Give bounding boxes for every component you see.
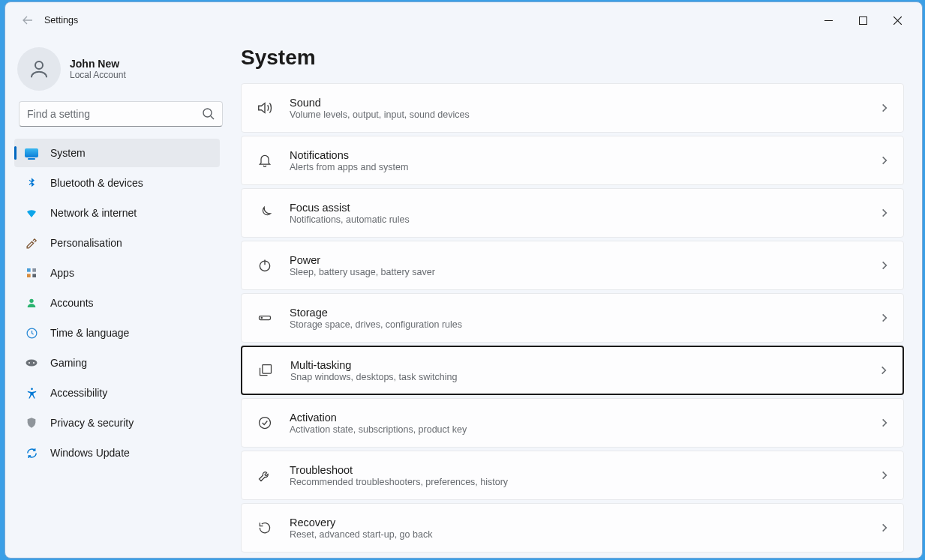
nav-label: Personalisation (50, 237, 122, 249)
nav-label: Bluetooth & devices (50, 177, 143, 189)
chevron-right-icon (879, 313, 890, 323)
svg-rect-8 (32, 268, 36, 272)
maximize-button[interactable] (845, 8, 880, 32)
svg-line-6 (211, 116, 214, 119)
wifi-icon (25, 206, 38, 220)
storage-icon (257, 310, 273, 326)
update-icon (25, 446, 38, 460)
svg-point-13 (26, 360, 38, 367)
moon-icon (257, 205, 273, 221)
card-activation[interactable]: Activation Activation state, subscriptio… (241, 398, 904, 448)
card-focus-assist[interactable]: Focus assist Notifications, automatic ru… (241, 188, 904, 238)
card-subtitle: Storage space, drives, configuration rul… (290, 319, 879, 330)
arrow-left-icon (22, 14, 34, 26)
nav-item-privacy[interactable]: Privacy & security (14, 409, 220, 437)
bell-icon (257, 152, 273, 169)
nav-item-time[interactable]: Time & language (14, 319, 220, 347)
card-text: Notifications Alerts from apps and syste… (290, 149, 879, 172)
apps-icon (25, 266, 38, 280)
svg-rect-21 (263, 365, 272, 374)
wrench-icon (257, 467, 273, 484)
chevron-right-icon (879, 103, 890, 113)
nav-label: Gaming (50, 357, 87, 369)
svg-point-4 (35, 61, 43, 69)
close-button[interactable] (880, 8, 914, 32)
profile-block[interactable]: John New Local Account (14, 46, 236, 101)
nav-item-apps[interactable]: Apps (14, 259, 220, 287)
person-icon (28, 58, 50, 80)
minimize-icon (824, 16, 833, 25)
card-text: Focus assist Notifications, automatic ru… (290, 202, 879, 225)
card-troubleshoot[interactable]: Troubleshoot Recommended troubleshooters… (241, 451, 904, 500)
profile-text: John New Local Account (70, 58, 126, 80)
search-icon (202, 107, 215, 121)
card-sound[interactable]: Sound Volume levels, output, input, soun… (241, 83, 904, 133)
card-subtitle: Recommended troubleshooters, preferences… (290, 477, 879, 487)
sidebar: John New Local Account System Bluetooth … (5, 38, 236, 558)
card-title: Storage (290, 307, 879, 319)
maximize-icon (859, 16, 867, 25)
settings-window: Settings John New Local Account (5, 1, 923, 559)
card-title: Focus assist (290, 202, 879, 214)
main-panel: System Sound Volume levels, output, inpu… (236, 38, 922, 558)
card-text: Recovery Reset, advanced start-up, go ba… (290, 517, 879, 540)
minimize-button[interactable] (811, 8, 845, 32)
body: John New Local Account System Bluetooth … (5, 38, 922, 558)
card-recovery[interactable]: Recovery Reset, advanced start-up, go ba… (241, 503, 904, 553)
search-input[interactable] (19, 101, 223, 127)
profile-name: John New (70, 58, 126, 70)
nav-label: Accounts (50, 297, 94, 309)
multitasking-icon (257, 362, 274, 379)
card-title: Troubleshoot (290, 464, 879, 476)
nav-label: Network & internet (50, 207, 137, 219)
card-subtitle: Volume levels, output, input, sound devi… (290, 109, 879, 120)
svg-rect-9 (27, 274, 31, 277)
svg-point-11 (29, 299, 33, 303)
avatar (17, 47, 61, 91)
card-text: Storage Storage space, drives, configura… (290, 307, 879, 330)
card-title: Activation (290, 412, 879, 424)
card-multitasking[interactable]: Multi-tasking Snap windows, desktops, ta… (241, 346, 904, 395)
nav-item-accessibility[interactable]: Accessibility (14, 379, 220, 407)
nav-item-gaming[interactable]: Gaming (14, 349, 220, 377)
chevron-right-icon (879, 470, 890, 481)
card-subtitle: Alerts from apps and system (290, 162, 879, 172)
card-subtitle: Activation state, subscriptions, product… (290, 424, 879, 435)
card-text: Multi-tasking Snap windows, desktops, ta… (290, 359, 878, 382)
svg-rect-7 (27, 268, 31, 272)
nav-label: System (50, 147, 86, 159)
chevron-right-icon (879, 155, 890, 166)
back-button[interactable] (16, 8, 40, 32)
chevron-right-icon (878, 365, 889, 376)
sound-icon (257, 100, 273, 116)
nav: System Bluetooth & devices Network & int… (14, 139, 236, 467)
card-text: Activation Activation state, subscriptio… (290, 412, 879, 435)
nav-item-system[interactable]: System (14, 139, 220, 167)
chevron-right-icon (879, 208, 890, 218)
nav-item-network[interactable]: Network & internet (14, 199, 220, 227)
svg-rect-10 (32, 274, 36, 277)
card-title: Recovery (290, 517, 879, 529)
card-power[interactable]: Power Sleep, battery usage, battery save… (241, 241, 904, 290)
system-icon (25, 146, 38, 160)
search-wrap (14, 101, 236, 139)
nav-item-accounts[interactable]: Accounts (14, 289, 220, 317)
gaming-icon (25, 356, 38, 370)
profile-subtitle: Local Account (70, 70, 126, 80)
nav-label: Accessibility (50, 387, 107, 399)
nav-label: Windows Update (50, 447, 130, 459)
svg-point-15 (33, 362, 35, 364)
svg-rect-1 (859, 16, 866, 24)
svg-point-16 (31, 388, 33, 390)
nav-item-update[interactable]: Windows Update (14, 439, 220, 467)
card-notifications[interactable]: Notifications Alerts from apps and syste… (241, 136, 904, 185)
card-text: Troubleshoot Recommended troubleshooters… (290, 464, 879, 487)
recovery-icon (257, 520, 273, 536)
nav-label: Time & language (50, 327, 129, 339)
page-title: System (241, 46, 904, 70)
chevron-right-icon (879, 260, 890, 271)
chevron-right-icon (879, 418, 890, 428)
nav-item-bluetooth[interactable]: Bluetooth & devices (14, 169, 220, 197)
nav-item-personalisation[interactable]: Personalisation (14, 229, 220, 257)
card-storage[interactable]: Storage Storage space, drives, configura… (241, 293, 904, 343)
